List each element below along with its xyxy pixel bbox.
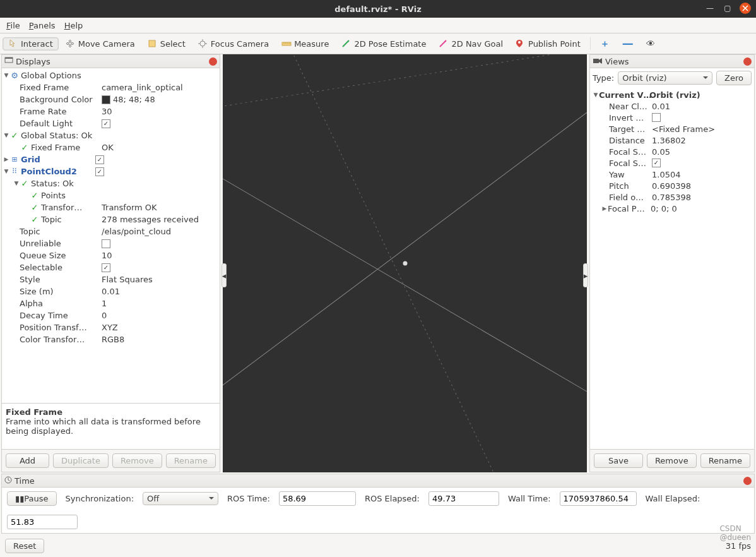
prop-field-of-view[interactable]: Field o… [609,191,652,203]
color-swatch[interactable] [102,95,110,104]
prop-invert-z[interactable]: Invert … [609,112,652,124]
ros-elapsed-field[interactable] [428,491,499,506]
ros-elapsed-label: ROS Elapsed: [365,494,420,503]
maximize-button[interactable]: ▢ [722,3,733,14]
expand-toggle[interactable]: ▼ [3,165,9,177]
expand-toggle[interactable]: ▼ [593,89,599,101]
sync-combo[interactable]: Off [143,492,218,505]
expand-toggle[interactable]: ▶ [3,153,9,165]
minimize-button[interactable]: — [704,3,716,14]
splitter-right[interactable]: ▸ [583,263,588,287]
close-button[interactable] [740,3,751,14]
sync-label: Synchronization: [66,494,134,503]
tool-toggle-visibility[interactable]: 👁 [641,37,661,51]
expand-toggle[interactable]: ▼ [13,177,20,189]
checkbox[interactable]: ✓ [95,155,104,164]
tool-move-camera[interactable]: Move Camera [60,37,141,51]
render-viewport[interactable]: ◂ ▸ [223,54,587,472]
panel-close-icon[interactable] [209,57,217,66]
prop-fixed-frame[interactable]: Fixed Frame [20,81,102,93]
prop-color-transformer[interactable]: Color Transfor… [20,333,102,345]
prop-decay-time[interactable]: Decay Time [20,309,102,321]
checkbox[interactable] [652,113,661,122]
prop-topic[interactable]: Topic [20,225,102,237]
checkbox[interactable]: ✓ [95,167,104,176]
expand-toggle[interactable]: ▼ [3,69,9,81]
ros-time-field[interactable] [279,491,356,506]
tool-select[interactable]: Select [142,37,191,51]
tree-item-global-options[interactable]: Global Options [21,69,81,81]
menu-panels[interactable]: Panels [29,21,56,30]
views-title: Views [605,57,629,66]
prop-default-light[interactable]: Default Light [20,117,102,129]
prop-selectable[interactable]: Selectable [20,261,102,273]
prop-focal-shape-size[interactable]: Focal S… [609,146,652,158]
zero-button[interactable]: Zero [716,71,752,85]
tool-focus-camera[interactable]: Focus Camera [192,37,275,51]
prop-unreliable[interactable]: Unreliable [20,237,102,249]
publish-point-icon [516,39,525,49]
tool-2d-nav-goal[interactable]: 2D Nav Goal [433,37,509,51]
pause-button[interactable]: ▮▮Pause [7,491,57,506]
tool-interact[interactable]: Interact [3,37,59,51]
focal-point-icon [403,261,407,266]
expand-toggle[interactable]: ▼ [3,129,9,141]
prop-frame-rate[interactable]: Frame Rate [20,105,102,117]
prop-pitch[interactable]: Pitch [609,180,652,192]
wall-time-field[interactable] [560,491,637,506]
reset-button[interactable]: Reset [5,539,44,553]
prop-distance[interactable]: Distance [609,135,652,147]
prop-focal-shape-fixed[interactable]: Focal S… [609,157,652,169]
save-button[interactable]: Save [594,453,643,468]
tool-measure[interactable]: Measure [276,37,334,51]
wall-elapsed-field[interactable] [7,515,78,529]
prop-style[interactable]: Style [20,273,102,285]
tree-item-grid[interactable]: Grid [21,153,95,165]
tree-item-global-status[interactable]: Global Status: Ok [21,129,92,141]
rename-button[interactable]: Rename [166,453,216,468]
checkbox[interactable]: ✓ [102,119,110,128]
prop-alpha[interactable]: Alpha [20,297,102,309]
prop-focal-point[interactable]: Focal P… [608,203,651,215]
prop-position-transformer[interactable]: Position Transf… [20,321,102,333]
prop-background-color[interactable]: Background Color [20,93,102,105]
focus-camera-icon [198,39,208,49]
prop-target-frame[interactable]: Target … [609,123,652,135]
panel-close-icon[interactable] [743,477,752,485]
checkbox[interactable] [102,239,110,248]
add-button[interactable]: Add [6,453,49,468]
tree-item-pointcloud2[interactable]: PointCloud2 [21,165,95,177]
menu-file[interactable]: File [6,21,20,30]
displays-tree[interactable]: ▼ ⚙ Global Options Fixed Framecamera_lin… [2,68,220,403]
panel-close-icon[interactable] [743,57,752,66]
splitter-left[interactable]: ◂ [221,263,227,287]
menu-help[interactable]: Help [64,21,83,30]
prop-current-view[interactable]: Current V… [599,89,649,101]
tool-remove[interactable]: — [617,40,639,47]
view-type-combo[interactable]: Orbit (rviz) [618,71,712,85]
desc-body: Frame into which all data is transformed… [6,417,201,436]
remove-view-button[interactable]: Remove [647,453,697,468]
prop-yaw[interactable]: Yaw [609,169,652,181]
tool-publish-point[interactable]: Publish Point [510,37,586,51]
prop-size[interactable]: Size (m) [20,285,102,297]
remove-button[interactable]: Remove [112,453,162,468]
status-fixed-frame: Fixed Frame [31,141,102,153]
clock-icon [4,476,12,486]
expand-toggle[interactable]: ▶ [601,203,608,215]
displays-title: Displays [16,57,50,66]
views-tree[interactable]: ▼Current V…Orbit (rviz) Near Cl…0.01 Inv… [590,88,754,449]
plus-icon: ＋ [600,40,610,47]
prop-near-clip[interactable]: Near Cl… [609,100,652,112]
tool-2d-pose-estimate[interactable]: 2D Pose Estimate [336,37,432,51]
ros-time-label: ROS Time: [227,494,270,503]
tool-add[interactable]: ＋ [594,38,615,49]
duplicate-button[interactable]: Duplicate [53,453,109,468]
prop-queue-size[interactable]: Queue Size [20,249,102,261]
pointcloud-icon: ⠿ [9,167,20,176]
select-icon [148,39,157,49]
checkbox[interactable]: ✓ [652,159,661,167]
rename-view-button[interactable]: Rename [700,453,750,468]
nav-goal-icon [439,39,448,49]
checkbox[interactable]: ✓ [102,263,110,272]
